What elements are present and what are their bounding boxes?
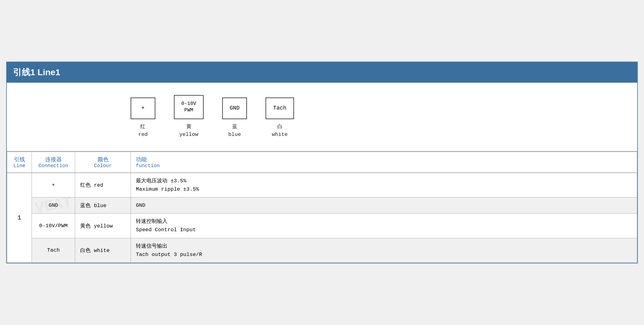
- main-container: 引线1 Line1 + 红 red 0-10V PWM 黄 yellow: [6, 62, 638, 263]
- colour-red: 红色 red: [75, 173, 131, 197]
- connector-box-pwm: 0-10V PWM: [174, 95, 204, 119]
- colour-blue: 蓝色 blue: [75, 197, 131, 214]
- table-row: GND VEAT 蓝色 blue GND: [7, 197, 637, 214]
- connector-label-gnd: 蓝 blue: [228, 123, 241, 139]
- connection-plus: +: [32, 173, 75, 197]
- connector-label-pwm: 黄 yellow: [179, 123, 198, 139]
- header-connection: 连接器 Connection: [32, 152, 75, 173]
- data-table: 引线 Line 连接器 Connection 颜色 Colour 功能 func…: [7, 152, 637, 263]
- connector-pwm: 0-10V PWM 黄 yellow: [174, 95, 204, 139]
- func-speed-control: 转速控制输入 Speed Control Input: [131, 214, 637, 238]
- header-function: 功能 function: [131, 152, 637, 173]
- table-header-row: 引线 Line 连接器 Connection 颜色 Colour 功能 func…: [7, 152, 637, 173]
- connector-box-gnd: GND: [222, 98, 247, 119]
- connector-box-tach: Tach: [266, 98, 294, 119]
- connector-label-plus: 红 red: [138, 123, 148, 139]
- table-wrapper: 引线1 Line1 + 红 red 0-10V PWM 黄 yellow: [6, 62, 638, 263]
- colour-yellow: 黄色 yellow: [75, 214, 131, 238]
- header-colour: 颜色 Colour: [75, 152, 131, 173]
- func-ripple: 最大电压波动 ±3.5% Maximum ripple ±3.5%: [131, 173, 637, 197]
- table-row: Tach 白色 white 转速信号输出 Tach output 3 pulse…: [7, 238, 637, 262]
- connection-gnd: GND VEAT: [32, 197, 75, 214]
- table-row: 0-10V/PWM 黄色 yellow 转速控制输入 Speed Control…: [7, 214, 637, 238]
- connector-tach: Tach 白 white: [266, 98, 294, 139]
- header-line: 引线 Line: [7, 152, 32, 173]
- connector-gnd: GND 蓝 blue: [222, 98, 247, 139]
- title-row: 引线1 Line1: [7, 62, 637, 83]
- connector-label-tach: 白 white: [272, 123, 288, 139]
- page-title: 引线1 Line1: [13, 67, 60, 77]
- connection-tach: Tach: [32, 238, 75, 262]
- table-row: 1 + 红色 red 最大电压波动 ±3.5% Maximum ripple ±…: [7, 173, 637, 197]
- connection-pwm: 0-10V/PWM: [32, 214, 75, 238]
- connector-diagram: + 红 red 0-10V PWM 黄 yellow GND: [7, 83, 637, 152]
- connector-plus: + 红 red: [131, 98, 155, 139]
- func-tach-output: 转速信号输出 Tach output 3 pulse/R: [131, 238, 637, 262]
- func-gnd: GND: [131, 197, 637, 214]
- line-number: 1: [7, 173, 32, 263]
- connector-box-plus: +: [131, 98, 155, 119]
- colour-white: 白色 white: [75, 238, 131, 262]
